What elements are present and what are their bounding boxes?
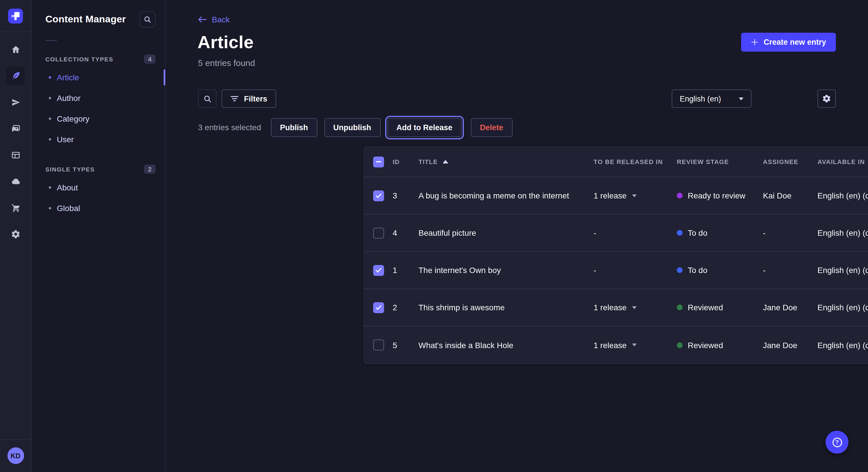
nav-content-manager[interactable] bbox=[6, 67, 25, 85]
table-row[interactable]: 3 A bug is becoming a meme on the intern… bbox=[364, 177, 868, 214]
main-content: Back Article 5 entries found Create new … bbox=[165, 0, 868, 472]
table-row[interactable]: 5 What's inside a Black Hole 1 release R… bbox=[364, 326, 868, 364]
cell-title: Beautiful picture bbox=[418, 228, 594, 237]
available-locale: English (en) (default) bbox=[817, 191, 868, 200]
row-checkbox[interactable] bbox=[373, 190, 384, 201]
table-row[interactable]: 4 Beautiful picture - To do - English (e… bbox=[364, 214, 868, 252]
row-checkbox[interactable] bbox=[373, 265, 384, 276]
sidebar-section-header[interactable]: SINGLE TYPES 2 bbox=[32, 160, 165, 177]
column-header-review-stage: REVIEW STAGE bbox=[677, 158, 763, 165]
sidebar-item-category[interactable]: Category bbox=[32, 108, 165, 129]
row-checkbox[interactable] bbox=[373, 339, 384, 350]
check-icon bbox=[375, 268, 381, 273]
sidebar-item-about[interactable]: About bbox=[32, 177, 165, 198]
cell-assignee: Kai Doe bbox=[763, 191, 817, 200]
filters-button[interactable]: Filters bbox=[222, 90, 276, 108]
unpublish-button[interactable]: Unpublish bbox=[324, 118, 380, 137]
release-count: 1 release bbox=[594, 303, 627, 312]
nav-cloud[interactable] bbox=[6, 172, 25, 191]
sidebar-search-button[interactable] bbox=[140, 11, 156, 28]
column-header-id[interactable]: ID bbox=[393, 158, 418, 165]
nav-home[interactable] bbox=[6, 40, 25, 59]
create-new-entry-button[interactable]: Create new entry bbox=[741, 33, 836, 52]
release-dropdown-icon[interactable] bbox=[632, 194, 637, 197]
table-body: 3 A bug is becoming a meme on the intern… bbox=[364, 177, 868, 364]
gear-icon bbox=[822, 94, 831, 103]
locale-select[interactable]: English (en) bbox=[672, 90, 751, 108]
nav-settings[interactable] bbox=[6, 225, 25, 243]
sidebar-title: Content Manager bbox=[45, 14, 126, 25]
delete-button[interactable]: Delete bbox=[471, 118, 513, 137]
row-checkbox[interactable] bbox=[373, 302, 384, 313]
sidebar-section-header[interactable]: COLLECTION TYPES 4 bbox=[32, 50, 165, 67]
table-row[interactable]: 1 The internet's Own boy - To do - Engli… bbox=[364, 252, 868, 289]
nav-media-library[interactable] bbox=[6, 119, 25, 138]
cell-title: This shrimp is awesome bbox=[418, 303, 594, 312]
cell-release: 1 release bbox=[594, 340, 677, 349]
cell-review-stage: Ready to review bbox=[677, 191, 763, 200]
select-all-checkbox[interactable] bbox=[373, 156, 384, 167]
sidebar-item-author[interactable]: Author bbox=[32, 88, 165, 108]
arrow-left-icon bbox=[198, 16, 207, 23]
bullet-icon bbox=[49, 138, 51, 140]
review-stage-label: Reviewed bbox=[688, 340, 723, 349]
cell-release: - bbox=[594, 266, 677, 275]
review-stage-label: To do bbox=[688, 228, 708, 237]
sidebar-item-article[interactable]: Article bbox=[32, 67, 165, 88]
strapi-admin: KD Content Manager COLLECTION TYPES 4 Ar… bbox=[0, 0, 868, 472]
column-header-available-in: AVAILABLE IN bbox=[817, 158, 868, 165]
gear-icon bbox=[11, 229, 20, 239]
nav-content-type-builder[interactable] bbox=[6, 146, 25, 164]
cell-release: 1 release bbox=[594, 191, 677, 200]
section-count-badge: 4 bbox=[144, 55, 156, 64]
home-icon bbox=[11, 44, 20, 54]
cell-id: 5 bbox=[393, 340, 418, 349]
cell-release: 1 release bbox=[594, 303, 677, 312]
question-mark-icon: ? bbox=[832, 437, 842, 447]
locale-value: English (en) bbox=[680, 94, 721, 103]
section-label: COLLECTION TYPES bbox=[45, 56, 113, 63]
bullet-icon bbox=[49, 207, 51, 209]
table-row[interactable]: 2 This shrimp is awesome 1 release Revie… bbox=[364, 289, 868, 326]
create-new-entry-label: Create new entry bbox=[764, 38, 826, 46]
available-locale: English (en) (default) bbox=[817, 228, 868, 237]
nav-releases[interactable] bbox=[6, 93, 25, 111]
sort-ascending-icon bbox=[442, 160, 448, 164]
shopping-cart-icon bbox=[11, 203, 20, 212]
cell-release: - bbox=[594, 228, 677, 237]
sidebar-item-label: About bbox=[57, 183, 78, 192]
cell-assignee: Jane Doe bbox=[763, 303, 817, 312]
strapi-logo[interactable] bbox=[8, 8, 23, 23]
release-dropdown-icon[interactable] bbox=[632, 343, 637, 346]
search-button[interactable] bbox=[198, 90, 216, 108]
cell-id: 1 bbox=[393, 266, 418, 275]
column-header-title[interactable]: TITLE bbox=[418, 158, 594, 165]
check-icon bbox=[375, 193, 381, 198]
review-stage-dot bbox=[677, 193, 683, 198]
sidebar-item-global[interactable]: Global bbox=[32, 198, 165, 218]
cell-title: What's inside a Black Hole bbox=[418, 340, 594, 349]
cell-title: A bug is becoming a meme on the internet bbox=[418, 191, 594, 200]
sidebar-item-user[interactable]: User bbox=[32, 129, 165, 150]
list-toolbar: Filters English (en) bbox=[198, 90, 836, 108]
back-link[interactable]: Back bbox=[198, 15, 229, 24]
release-dropdown-icon[interactable] bbox=[632, 306, 637, 309]
cell-id: 3 bbox=[393, 191, 418, 200]
view-settings-button[interactable] bbox=[817, 90, 836, 108]
help-button[interactable]: ? bbox=[826, 431, 848, 453]
row-checkbox[interactable] bbox=[373, 227, 384, 238]
review-stage-dot bbox=[677, 267, 683, 273]
user-avatar[interactable]: KD bbox=[7, 447, 24, 464]
filter-icon bbox=[230, 95, 239, 102]
publish-button[interactable]: Publish bbox=[271, 118, 317, 137]
release-count: - bbox=[594, 228, 596, 237]
add-to-release-button[interactable]: Add to Release bbox=[387, 118, 462, 137]
page-title: Article bbox=[197, 32, 254, 53]
cell-available-in: English (en) (default) bbox=[817, 266, 868, 275]
cell-id: 4 bbox=[393, 228, 418, 237]
cell-assignee: - bbox=[763, 228, 817, 237]
release-count: 1 release bbox=[594, 340, 627, 349]
content-manager-sidebar: Content Manager COLLECTION TYPES 4 Artic… bbox=[32, 0, 165, 472]
section-label: SINGLE TYPES bbox=[45, 166, 95, 173]
nav-marketplace[interactable] bbox=[6, 198, 25, 217]
